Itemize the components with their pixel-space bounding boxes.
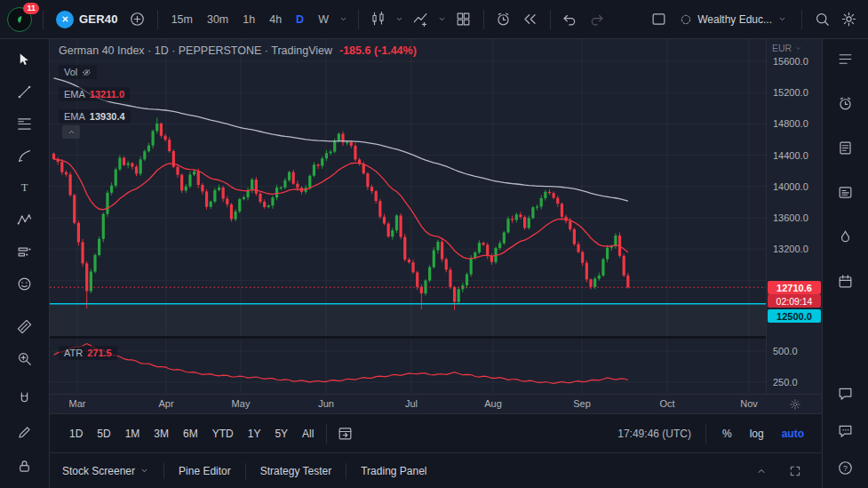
alert-button[interactable] xyxy=(491,7,516,32)
chart-style-menu-button[interactable] xyxy=(393,7,407,32)
lock-drawings-button[interactable] xyxy=(13,454,36,477)
alerts-button[interactable] xyxy=(834,92,857,115)
chat-bubble-icon xyxy=(837,385,854,402)
redo-button[interactable] xyxy=(585,7,609,32)
hotlists-button[interactable] xyxy=(834,225,857,248)
atr-value: 271.5 xyxy=(87,348,112,358)
forecast-tool-button[interactable] xyxy=(13,240,36,263)
timeframe-1h[interactable]: 1h xyxy=(236,8,261,31)
goto-date-button[interactable] xyxy=(332,421,357,446)
time-axis-settings-button[interactable] xyxy=(787,396,803,412)
last-price-badge: 12710.6 xyxy=(768,281,821,294)
grid-layout-icon xyxy=(455,11,472,28)
price-change: -185.6 (-1.44%) xyxy=(339,44,417,57)
volume-legend-chip[interactable]: Vol xyxy=(59,65,97,79)
add-symbol-button[interactable] xyxy=(125,7,150,32)
price-axis[interactable]: EUR 15600.0 15200.0 14800.0 14400.0 1400… xyxy=(766,39,822,394)
brush-tool-button[interactable] xyxy=(13,144,36,167)
symbol-title[interactable]: German 40 Index · 1D · PEPPERSTONE · Tra… xyxy=(59,44,417,57)
time-axis[interactable]: Mar Apr May Jun Jul Aug Sep Oct Nov xyxy=(50,394,822,413)
layout-button[interactable] xyxy=(646,7,671,32)
atr-label: ATR xyxy=(64,348,83,358)
range-6m[interactable]: 6M xyxy=(176,423,205,444)
range-ytd[interactable]: YTD xyxy=(205,423,241,444)
month-label: Sep xyxy=(573,398,591,409)
ema-fast-legend-chip[interactable]: EMA 13211.0 xyxy=(59,87,130,101)
range-all[interactable]: All xyxy=(295,423,321,444)
goto-date-icon xyxy=(337,425,354,442)
timeframe-1w[interactable]: W xyxy=(312,8,335,31)
range-1m[interactable]: 1M xyxy=(118,423,147,444)
range-toolbar-right: 17:49:46 (UTC) % log auto xyxy=(612,423,811,444)
range-3m[interactable]: 3M xyxy=(147,423,176,444)
help-icon: ? xyxy=(837,460,854,476)
panel-expand-button[interactable] xyxy=(749,459,774,484)
settings-button[interactable] xyxy=(836,7,861,32)
legend-collapse-button[interactable] xyxy=(62,125,80,139)
indicators-button[interactable] xyxy=(409,7,434,32)
chart-style-button[interactable] xyxy=(366,7,391,32)
chart-area[interactable]: German 40 Index · 1D · PEPPERSTONE · Tra… xyxy=(50,39,822,413)
currency-selector[interactable]: EUR xyxy=(772,43,802,53)
price-tick: 13200.0 xyxy=(773,243,808,255)
pattern-tool-button[interactable] xyxy=(13,208,36,231)
range-1y[interactable]: 1Y xyxy=(241,423,268,444)
watchlist-icon xyxy=(837,51,854,68)
tab-strategy-tester[interactable]: Strategy Tester xyxy=(260,465,331,477)
atr-legend-chip[interactable]: ATR 271.5 xyxy=(59,346,117,360)
watchlist-button[interactable] xyxy=(834,47,857,70)
news-button[interactable] xyxy=(834,136,857,159)
account-menu-button[interactable]: Wealthy Educ... xyxy=(673,6,794,33)
calendar-button[interactable] xyxy=(834,269,857,292)
fib-retracement-tool-button[interactable] xyxy=(13,112,36,135)
text-tool-button[interactable]: T xyxy=(13,176,36,199)
measure-tool-button[interactable] xyxy=(13,315,36,338)
cursor-tool-button[interactable] xyxy=(13,48,36,71)
tab-stock-screener[interactable]: Stock Screener xyxy=(62,465,149,477)
timeframe-1d[interactable]: D xyxy=(290,8,310,31)
chevron-down-icon xyxy=(139,466,149,476)
tab-pine-editor[interactable]: Pine Editor xyxy=(179,465,231,477)
timeframe-15m[interactable]: 15m xyxy=(165,8,199,31)
ema-slow-legend-chip[interactable]: EMA 13930.4 xyxy=(59,109,131,124)
percent-scale-button[interactable]: % xyxy=(715,423,739,444)
help-button[interactable]: ? xyxy=(834,456,857,479)
tab-trading-panel[interactable]: Trading Panel xyxy=(361,465,426,477)
edit-tool-button[interactable] xyxy=(13,420,36,444)
range-1d[interactable]: 1D xyxy=(62,423,90,444)
zoom-tool-button[interactable] xyxy=(13,347,36,370)
replay-rewind-icon xyxy=(522,11,538,28)
separator xyxy=(483,10,484,29)
emoji-tool-button[interactable] xyxy=(13,272,36,295)
right-sidebar: ? xyxy=(822,39,868,488)
indicators-menu-button[interactable] xyxy=(435,7,450,32)
timeframes-menu-button[interactable] xyxy=(337,7,351,32)
range-5d[interactable]: 5D xyxy=(90,423,117,444)
range-toolbar: 1D 5D 1M 3M 6M YTD 1Y 5Y All 17:49:46 (U… xyxy=(50,413,822,452)
grid-layout-button[interactable] xyxy=(451,7,476,32)
right-sidebar-bottom-group: ? xyxy=(834,381,857,479)
chevron-down-icon xyxy=(437,14,447,24)
utc-clock[interactable]: 17:49:46 (UTC) xyxy=(612,428,697,440)
workspace-logo-button[interactable]: 11 xyxy=(7,5,36,34)
symbol-search-button[interactable]: GER40 xyxy=(51,6,123,33)
ideas-button[interactable] xyxy=(834,419,857,442)
search-button[interactable] xyxy=(809,7,834,32)
range-5y[interactable]: 5Y xyxy=(267,423,295,444)
auto-scale-button[interactable]: auto xyxy=(775,423,811,444)
panel-maximize-button[interactable] xyxy=(783,459,808,484)
timeframe-4h[interactable]: 4h xyxy=(263,8,288,31)
price-tick: 14800.0 xyxy=(773,117,808,130)
chat-button[interactable] xyxy=(834,381,857,404)
search-icon xyxy=(814,11,831,28)
level-price-badge: 12500.0 xyxy=(768,309,821,323)
replay-button[interactable] xyxy=(518,7,543,32)
trend-line-tool-button[interactable] xyxy=(13,80,36,103)
eye-off-icon[interactable] xyxy=(82,68,92,77)
atr-pane-canvas[interactable] xyxy=(50,339,766,394)
data-window-button[interactable] xyxy=(834,180,857,204)
undo-button[interactable] xyxy=(558,7,583,32)
timeframe-30m[interactable]: 30m xyxy=(201,8,235,31)
magnet-tool-button[interactable] xyxy=(13,387,36,410)
log-scale-button[interactable]: log xyxy=(743,423,771,444)
